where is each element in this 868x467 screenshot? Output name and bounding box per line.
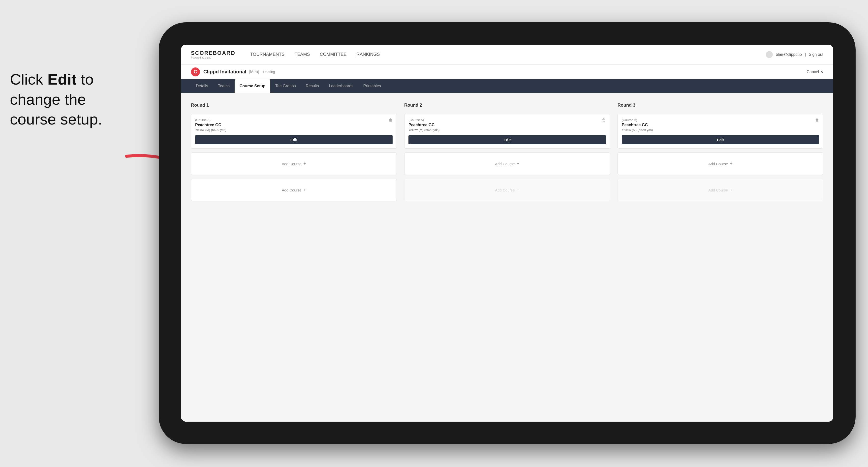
round-1-course-label: (Course A) — [195, 118, 393, 122]
round-1-add-course-1-text: Add Course — [282, 162, 301, 166]
round-2-title: Round 2 — [404, 103, 610, 108]
round-1-course-name: Peachtree GC — [195, 123, 393, 127]
round-2-delete-icon[interactable]: 🗑 — [601, 117, 607, 123]
round-1-column: Round 1 🗑 (Course A) Peachtree GC Yellow… — [191, 103, 397, 201]
rounds-grid: Round 1 🗑 (Course A) Peachtree GC Yellow… — [191, 103, 824, 201]
round-3-add-course-2: Add Course + — [618, 179, 824, 201]
main-content: Round 1 🗑 (Course A) Peachtree GC Yellow… — [181, 93, 833, 422]
scoreboard-logo: SCOREBOARD — [191, 50, 235, 56]
user-avatar — [766, 51, 773, 58]
round-2-add-course-1[interactable]: Add Course + — [404, 153, 610, 175]
round-1-course-card: 🗑 (Course A) Peachtree GC Yellow (M) (66… — [191, 114, 397, 149]
top-nav: SCOREBOARD Powered by clippd TOURNAMENTS… — [181, 44, 833, 64]
round-2-course-label: (Course A) — [408, 118, 606, 122]
sign-out-link[interactable]: Sign out — [809, 52, 824, 57]
bold-edit: Edit — [48, 71, 76, 88]
user-email: blair@clippd.io — [776, 52, 802, 57]
round-2-edit-button[interactable]: Edit — [408, 135, 606, 144]
hosting-badge: Hosting — [263, 70, 275, 74]
nav-right: blair@clippd.io | Sign out — [766, 51, 824, 58]
tab-teams[interactable]: Teams — [213, 80, 235, 93]
round-1-add-course-1[interactable]: Add Course + — [191, 153, 397, 175]
nav-separator: | — [805, 52, 806, 57]
round-1-course-details: Yellow (M) (6629 yds) — [195, 128, 393, 132]
round-3-plus-icon-1: + — [730, 161, 733, 166]
tournament-gender: (Men) — [249, 70, 259, 74]
round-3-add-course-2-text: Add Course — [708, 188, 728, 192]
tablet-frame: SCOREBOARD Powered by clippd TOURNAMENTS… — [159, 22, 856, 444]
tournament-logo: C — [191, 67, 200, 76]
tablet-screen: SCOREBOARD Powered by clippd TOURNAMENTS… — [181, 44, 833, 422]
powered-by: Powered by clippd — [191, 56, 235, 59]
round-1-delete-icon[interactable]: 🗑 — [388, 117, 394, 123]
nav-tournaments[interactable]: TOURNAMENTS — [250, 51, 285, 58]
round-1-plus-icon-1: + — [303, 161, 306, 166]
round-3-course-label: (Course A) — [622, 118, 819, 122]
round-2-course-name: Peachtree GC — [408, 123, 606, 127]
tab-leaderboards[interactable]: Leaderboards — [324, 80, 359, 93]
round-3-course-card: 🗑 (Course A) Peachtree GC Yellow (M) (66… — [618, 114, 824, 149]
round-3-title: Round 3 — [618, 103, 824, 108]
round-3-course-name: Peachtree GC — [622, 123, 819, 127]
round-1-plus-icon-2: + — [303, 187, 306, 193]
round-1-edit-button[interactable]: Edit — [195, 135, 393, 144]
round-3-edit-button[interactable]: Edit — [622, 135, 819, 144]
round-2-plus-icon-1: + — [517, 161, 519, 166]
nav-teams[interactable]: TEAMS — [294, 51, 310, 58]
round-3-course-details: Yellow (M) (6629 yds) — [622, 128, 819, 132]
sub-header: C Clippd Invitational (Men) Hosting Canc… — [181, 64, 833, 80]
nav-rankings[interactable]: RANKINGS — [356, 51, 380, 58]
round-2-plus-icon-2: + — [517, 187, 519, 193]
nav-committee[interactable]: COMMITTEE — [320, 51, 347, 58]
instruction-text: Click Edit tochange thecourse setup. — [10, 69, 149, 129]
round-2-course-card: 🗑 (Course A) Peachtree GC Yellow (M) (66… — [404, 114, 610, 149]
tab-course-setup[interactable]: Course Setup — [235, 80, 270, 93]
tab-printables[interactable]: Printables — [359, 80, 386, 93]
round-3-column: Round 3 🗑 (Course A) Peachtree GC Yellow… — [618, 103, 824, 201]
round-1-add-course-2[interactable]: Add Course + — [191, 179, 397, 201]
round-1-title: Round 1 — [191, 103, 397, 108]
round-3-add-course-1[interactable]: Add Course + — [618, 153, 824, 175]
round-3-add-course-1-text: Add Course — [708, 162, 728, 166]
round-2-add-course-2-text: Add Course — [495, 188, 515, 192]
tab-results[interactable]: Results — [301, 80, 324, 93]
round-2-add-course-2: Add Course + — [404, 179, 610, 201]
round-2-add-course-1-text: Add Course — [495, 162, 515, 166]
tab-details[interactable]: Details — [191, 80, 213, 93]
logo-area: SCOREBOARD Powered by clippd — [191, 50, 235, 59]
nav-links: TOURNAMENTS TEAMS COMMITTEE RANKINGS — [250, 51, 766, 58]
round-3-delete-icon[interactable]: 🗑 — [814, 117, 820, 123]
tournament-name: Clippd Invitational — [204, 69, 246, 75]
round-2-course-details: Yellow (M) (6629 yds) — [408, 128, 606, 132]
tab-tee-groups[interactable]: Tee Groups — [270, 80, 301, 93]
round-1-add-course-2-text: Add Course — [282, 188, 301, 192]
tab-bar: Details Teams Course Setup Tee Groups Re… — [181, 80, 833, 93]
round-2-column: Round 2 🗑 (Course A) Peachtree GC Yellow… — [404, 103, 610, 201]
cancel-button[interactable]: Cancel ✕ — [807, 69, 824, 74]
round-3-plus-icon-2: + — [730, 187, 733, 193]
